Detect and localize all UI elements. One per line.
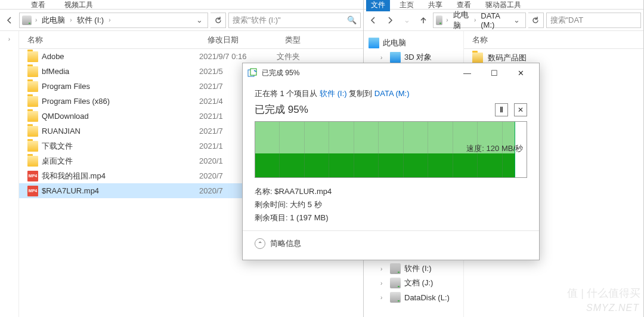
- folder-icon: [27, 126, 38, 137]
- refresh-button[interactable]: [528, 13, 544, 28]
- maximize-button[interactable]: ☐: [481, 64, 507, 82]
- ribbon-left: 查看 视频工具: [0, 0, 363, 10]
- folder-icon: [27, 111, 38, 122]
- detail-remaining-items: 1 (197 MB): [290, 213, 328, 222]
- chevron-up-icon: ⌃: [255, 238, 265, 249]
- chevron-right-icon: ›: [473, 17, 477, 23]
- copy-dest-link[interactable]: DATA (M:): [374, 89, 410, 98]
- progress-status: 已完成 95%: [255, 103, 308, 116]
- chevron-right-icon: ›: [380, 266, 386, 272]
- chevron-right-icon: ›: [380, 280, 386, 287]
- file-name: 我和我的祖国.mp4: [42, 171, 199, 181]
- nav-back-button[interactable]: [2, 13, 17, 27]
- tree-node[interactable]: › 文档 (J:): [364, 276, 463, 290]
- speed-graph: 速度: 120 MB/秒: [255, 121, 527, 178]
- svg-rect-1: [250, 69, 256, 75]
- folder-icon: [27, 81, 38, 92]
- breadcrumb-dropdown[interactable]: ⌄: [194, 16, 205, 24]
- speed-label: 速度: 120 MB/秒: [466, 143, 523, 154]
- tree-label: 文档 (J:): [404, 278, 433, 288]
- detail-filename: $RAA7LUR.mp4: [274, 187, 332, 196]
- titlebar[interactable]: 已完成 95% — ☐ ✕: [243, 63, 539, 82]
- file-name: 桌面文件: [42, 156, 199, 167]
- breadcrumb[interactable]: › 此电脑 › DATA (M:) ⌄: [433, 13, 526, 28]
- chevron-right-icon: ›: [445, 17, 449, 23]
- close-button[interactable]: ✕: [507, 64, 534, 82]
- folder-icon: [27, 141, 38, 152]
- file-row[interactable]: Adobe 2021/9/7 0:16 文件夹: [19, 49, 363, 64]
- breadcrumb-dropdown[interactable]: ⌄: [511, 16, 522, 24]
- tree-label: 此电脑: [383, 38, 406, 48]
- ribbon-tab-share[interactable]: 共享: [423, 0, 447, 11]
- breadcrumb-pc[interactable]: 此电脑: [452, 10, 470, 31]
- drive-icon: [390, 278, 401, 288]
- breadcrumb-drive[interactable]: 软件 (I:): [76, 15, 106, 26]
- nav-back-button[interactable]: [366, 13, 380, 27]
- chevron-right-icon: ›: [34, 17, 38, 23]
- ribbon-right: 文件 主页 共享 查看 驱动器工具: [364, 0, 643, 10]
- header-type[interactable]: 类型: [277, 35, 363, 45]
- breadcrumb[interactable]: › 此电脑 › 软件 (I:) › ⌄: [19, 13, 208, 28]
- nav-forward-button[interactable]: [383, 13, 397, 27]
- 3d-icon: [390, 52, 401, 63]
- pause-button[interactable]: Ⅱ: [495, 103, 508, 116]
- dialog-title: 已完成 95%: [262, 68, 454, 78]
- tree-node[interactable]: › 软件 (I:): [364, 261, 463, 276]
- file-date: 2021/9/7 0:16: [199, 52, 277, 61]
- drive-icon: [436, 16, 442, 25]
- chevron-right-icon: ›: [69, 17, 73, 23]
- mp4-icon: MP4: [27, 186, 38, 196]
- ribbon-tab-videotools[interactable]: 视频工具: [60, 0, 98, 11]
- folder-icon: [472, 53, 483, 63]
- file-name: Program Files: [42, 82, 199, 91]
- tree-node-pc[interactable]: 此电脑: [364, 36, 463, 50]
- copy-dialog: 已完成 95% — ☐ ✕ 正在将 1 个项目从 软件 (I:) 复制到 DAT…: [242, 63, 540, 260]
- file-name: $RAA7LUR.mp4: [42, 186, 199, 195]
- nav-pane-collapsed[interactable]: ›: [0, 31, 19, 317]
- ribbon-tab-view[interactable]: 查看: [26, 0, 50, 11]
- file-name: Program Files (x86): [42, 97, 199, 106]
- ribbon-tab-drivetools[interactable]: 驱动器工具: [481, 0, 526, 11]
- header-date[interactable]: 修改日期: [199, 35, 277, 45]
- ribbon-tab-file[interactable]: 文件: [366, 0, 390, 11]
- ribbon-tab-home[interactable]: 主页: [395, 0, 419, 11]
- tree-label: 3D 对象: [404, 52, 432, 63]
- chevron-right-icon: ›: [380, 54, 386, 61]
- tree-node[interactable]: › DataDisk (L:): [364, 290, 463, 304]
- fewer-details-toggle[interactable]: ⌃ 简略信息: [255, 231, 527, 257]
- minimize-button[interactable]: —: [454, 64, 481, 82]
- drive-icon: [390, 292, 401, 303]
- breadcrumb-pc[interactable]: 此电脑: [41, 15, 66, 26]
- nav-recent-dropdown[interactable]: ⌄: [400, 13, 414, 27]
- file-name: Adobe: [42, 52, 199, 61]
- header-name[interactable]: 名称: [472, 35, 488, 45]
- file-name: RUANJIAN: [42, 127, 199, 136]
- column-headers: 名称 修改日期 类型: [19, 31, 363, 49]
- folder-icon: [27, 51, 38, 62]
- copy-icon: [247, 68, 257, 78]
- folder-icon: [27, 156, 38, 167]
- search-placeholder: 搜索"软件 (I:)": [233, 15, 281, 26]
- refresh-button[interactable]: [210, 13, 226, 28]
- chevron-right-icon: ›: [8, 36, 10, 42]
- tree-label: 软件 (I:): [404, 263, 432, 274]
- drive-icon: [390, 263, 401, 274]
- ribbon-tab-view[interactable]: 查看: [452, 0, 476, 11]
- search-input[interactable]: 搜索"DAT: [546, 13, 642, 28]
- cancel-button[interactable]: ✕: [514, 103, 527, 116]
- header-name[interactable]: 名称: [19, 35, 199, 45]
- search-icon: 🔍: [347, 16, 357, 24]
- file-type: 文件夹: [277, 51, 363, 62]
- mp4-icon: MP4: [27, 171, 38, 181]
- breadcrumb-drive[interactable]: DATA (M:): [479, 11, 506, 29]
- file-name: QMDownload: [42, 112, 199, 121]
- file-name: bfMedia: [42, 67, 199, 76]
- search-placeholder: 搜索"DAT: [550, 15, 584, 26]
- nav-up-button[interactable]: [416, 13, 431, 27]
- file-name: 数码产品图: [488, 53, 527, 63]
- pc-icon: [369, 38, 379, 48]
- search-input[interactable]: 搜索"软件 (I:)" 🔍: [228, 13, 361, 28]
- tree-label: DataDisk (L:): [404, 293, 450, 302]
- copy-source-link[interactable]: 软件 (I:): [320, 89, 347, 98]
- chevron-right-icon: ›: [380, 294, 386, 301]
